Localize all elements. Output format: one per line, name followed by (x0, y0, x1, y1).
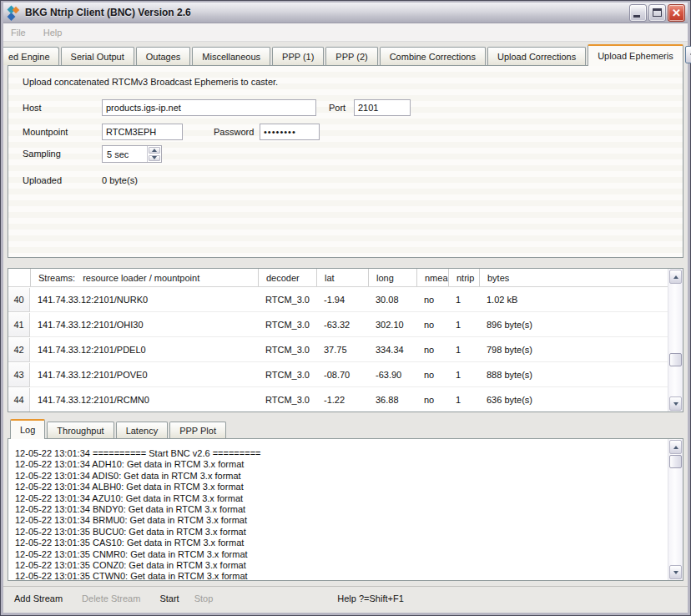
table-row[interactable]: 44 141.74.33.12:2101/RCMN0 RTCM_3.0 -1.2… (8, 387, 668, 412)
tab-ppp-2[interactable]: PPP (2) (325, 47, 377, 65)
scroll-up-icon (673, 446, 678, 449)
mountpoint-input[interactable] (102, 124, 183, 140)
scroll-down-icon (673, 571, 678, 574)
header-long[interactable]: long (368, 269, 416, 286)
app-icon (8, 6, 21, 19)
tab-scroll-buttons (685, 45, 691, 63)
menu-help[interactable]: Help (43, 26, 70, 39)
spin-up-button[interactable] (149, 147, 160, 154)
cell-bytes: 896 byte(s) (479, 320, 668, 330)
host-label: Host (23, 103, 42, 113)
header-nmea[interactable]: nmea (416, 269, 448, 286)
title-bar: BKG Ntrip Client (BNC) Version 2.6 ✕ (3, 3, 688, 23)
log-line: 12-05-22 13:01:35 BUCU0: Get data in RTC… (15, 527, 668, 538)
menu-bar: File Help (3, 23, 688, 42)
table-scroll-track[interactable] (668, 285, 683, 396)
tab-feed-engine[interactable]: ed Engine (3, 47, 59, 65)
cell-long: 30.08 (368, 295, 416, 305)
host-input[interactable] (102, 99, 316, 116)
scroll-up-icon (673, 275, 678, 279)
log-line: 12-05-22 13:01:35 CTWN0: Get data in RTC… (15, 571, 668, 580)
sampling-spinner[interactable]: 5 sec (102, 145, 162, 163)
cell-nmea: no (416, 370, 448, 380)
table-scrollbar-thumb[interactable] (669, 353, 682, 366)
cell-long: 302.10 (368, 320, 416, 330)
tab-serial-output[interactable]: Serial Output (61, 47, 134, 65)
log-scroll-up-button[interactable] (669, 440, 682, 454)
log-line: 12-05-22 13:01:34 ADH10: Get data in RTC… (15, 459, 668, 470)
log-line: 12-05-22 13:01:35 CAS10: Get data in RTC… (15, 538, 668, 548)
stop-button[interactable]: Stop (190, 591, 218, 606)
close-icon: ✕ (668, 5, 684, 21)
log-scroll-down-button[interactable] (669, 565, 682, 579)
cell-lat: -08.70 (316, 370, 368, 380)
help-shortcut-label: Help ?=Shift+F1 (337, 593, 404, 603)
tab-log[interactable]: Log (10, 419, 45, 439)
header-ntrip[interactable]: ntrip (448, 269, 479, 286)
cell-ntrip: 1 (448, 320, 479, 330)
cell-decoder: RTCM_3.0 (258, 345, 316, 355)
streams-table: Streams: resource loader / mountpoint de… (8, 269, 668, 412)
menu-file[interactable]: File (11, 26, 33, 39)
tab-latency[interactable]: Latency (116, 422, 169, 438)
password-input[interactable] (260, 124, 320, 140)
table-scroll-up-button[interactable] (669, 270, 682, 284)
client-area: ed Engine Serial Output Outages Miscella… (3, 42, 688, 613)
password-label: Password (214, 127, 254, 137)
log-output[interactable]: 12-05-22 13:01:34 ========== Start BNC v… (8, 439, 668, 580)
cell-decoder: RTCM_3.0 (258, 395, 316, 405)
scroll-down-icon (673, 402, 678, 406)
cell-lat: -1.22 (316, 395, 368, 405)
close-button[interactable]: ✕ (668, 4, 685, 22)
header-bytes[interactable]: bytes (479, 269, 668, 286)
add-stream-button[interactable]: Add Stream (10, 591, 67, 606)
header-rownum (8, 269, 30, 286)
tab-ppp-plot[interactable]: PPP Plot (169, 422, 226, 438)
table-row[interactable]: 40 141.74.33.12:2101/NURK0 RTCM_3.0 -1.9… (8, 287, 668, 312)
tab-upload-ephemeris[interactable]: Upload Ephemeris (588, 44, 683, 66)
cell-stream: 141.74.33.12:2101/PDEL0 (30, 345, 258, 355)
tab-combine-corrections[interactable]: Combine Corrections (380, 47, 486, 65)
tab-ppp-1[interactable]: PPP (1) (272, 47, 324, 65)
spin-down-button[interactable] (149, 155, 160, 162)
tab-outages[interactable]: Outages (136, 47, 191, 65)
sampling-spin-buttons (147, 146, 161, 162)
streams-table-header: Streams: resource loader / mountpoint de… (8, 269, 668, 287)
cell-nmea: no (416, 395, 448, 405)
log-scrollbar-thumb[interactable] (669, 455, 682, 468)
cell-stream: 141.74.33.12:2101/POVE0 (30, 370, 258, 380)
log-panel: 12-05-22 13:01:34 ========== Start BNC v… (8, 438, 683, 581)
cell-nmea: no (416, 345, 448, 355)
cell-bytes: 1.02 kB (479, 295, 668, 305)
table-scrollbar[interactable] (668, 269, 683, 412)
log-tab-bar: Log Throughput Latency PPP Plot (3, 418, 688, 438)
table-scroll-down-button[interactable] (669, 396, 682, 411)
header-decoder[interactable]: decoder (258, 269, 316, 286)
start-button[interactable]: Start (155, 591, 183, 606)
panel-description: Upload concatenated RTCMv3 Broadcast Eph… (23, 77, 278, 87)
log-scrollbar[interactable] (668, 439, 683, 580)
cell-long: -63.90 (368, 370, 416, 380)
mountpoint-label: Mountpoint (23, 127, 68, 137)
maximize-button[interactable] (648, 4, 666, 22)
header-lat[interactable]: lat (316, 269, 368, 286)
tab-miscellaneous[interactable]: Miscellaneous (192, 47, 270, 65)
cell-bytes: 888 byte(s) (479, 370, 668, 380)
tab-scroll-left-button[interactable] (685, 46, 691, 63)
tab-throughput[interactable]: Throughput (47, 422, 113, 438)
log-scroll-track[interactable] (668, 455, 683, 564)
table-row[interactable]: 42 141.74.33.12:2101/PDEL0 RTCM_3.0 37.7… (8, 337, 668, 362)
log-line: 12-05-22 13:01:34 AZU10: Get data in RTC… (15, 493, 668, 504)
header-streams[interactable]: Streams: resource loader / mountpoint (30, 269, 258, 286)
upload-ephemeris-panel: Upload concatenated RTCMv3 Broadcast Eph… (8, 65, 683, 258)
cell-nmea: no (416, 320, 448, 330)
row-number: 44 (8, 388, 30, 412)
minimize-button[interactable] (629, 4, 647, 22)
maximize-icon (653, 8, 662, 17)
port-input[interactable] (354, 99, 411, 116)
table-row[interactable]: 43 141.74.33.12:2101/POVE0 RTCM_3.0 -08.… (8, 362, 668, 387)
spin-up-icon (152, 149, 157, 152)
table-row[interactable]: 41 141.74.33.12:2101/OHI30 RTCM_3.0 -63.… (8, 312, 668, 337)
tab-upload-corrections[interactable]: Upload Corrections (487, 47, 586, 65)
delete-stream-button[interactable]: Delete Stream (78, 591, 144, 606)
